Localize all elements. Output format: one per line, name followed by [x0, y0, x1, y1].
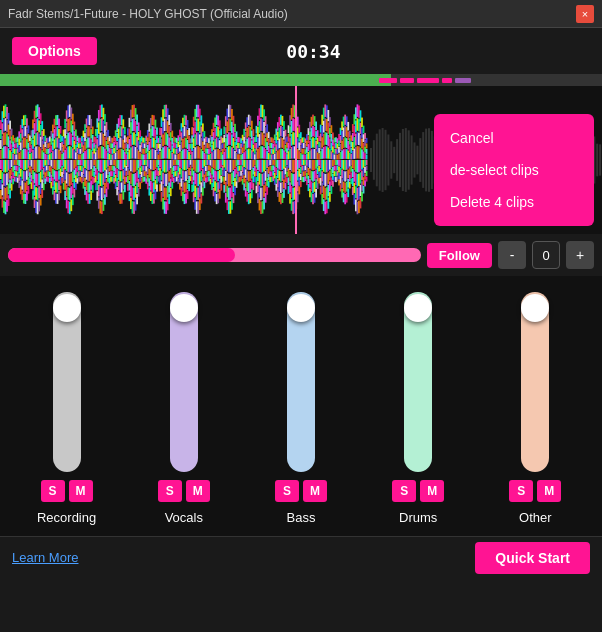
svg-rect-1685 [321, 160, 323, 170]
svg-rect-304 [57, 194, 59, 204]
svg-rect-1030 [196, 174, 198, 186]
svg-rect-841 [161, 117, 163, 127]
svg-rect-349 [66, 160, 68, 171]
context-deselect[interactable]: de-select clips [434, 154, 594, 186]
fader-track-recording[interactable] [53, 292, 81, 472]
svg-rect-453 [86, 160, 88, 169]
svg-rect-554 [106, 132, 108, 141]
svg-rect-163 [31, 145, 33, 152]
svg-rect-865 [165, 105, 167, 117]
svg-rect-1647 [314, 182, 316, 192]
svg-rect-1822 [347, 170, 349, 179]
svg-rect-1273 [243, 129, 245, 136]
svg-rect-1121 [214, 117, 216, 127]
solo-button-other[interactable]: S [509, 480, 533, 502]
svg-rect-948 [181, 151, 183, 159]
svg-rect-1868 [357, 146, 359, 159]
svg-rect-41 [8, 113, 10, 124]
svg-rect-104 [18, 181, 20, 187]
svg-rect-1731 [330, 143, 332, 151]
mute-button-vocals[interactable]: M [186, 480, 210, 502]
context-cancel[interactable]: Cancel [434, 122, 594, 154]
mute-button-other[interactable]: M [537, 480, 561, 502]
svg-rect-1373 [262, 160, 264, 172]
svg-rect-1326 [252, 168, 254, 175]
svg-rect-973 [185, 160, 187, 170]
svg-rect-1151 [219, 180, 221, 189]
follow-button[interactable]: Follow [427, 243, 492, 268]
svg-rect-1122 [214, 128, 216, 138]
svg-rect-189 [35, 160, 37, 172]
svg-rect-1423 [271, 171, 273, 176]
svg-rect-851 [162, 135, 164, 146]
svg-rect-494 [93, 166, 95, 171]
solo-button-bass[interactable]: S [275, 480, 299, 502]
context-delete[interactable]: Delete 4 clips [434, 186, 594, 218]
svg-rect-1106 [211, 137, 213, 144]
svg-rect-1246 [237, 166, 239, 171]
progress-bar-track[interactable] [0, 74, 602, 86]
solo-button-recording[interactable]: S [41, 480, 65, 502]
fader-handle-recording[interactable] [53, 294, 81, 322]
fader-handle-drums[interactable] [404, 294, 432, 322]
svg-rect-1908 [364, 153, 366, 159]
svg-rect-141 [26, 160, 28, 169]
svg-rect-416 [78, 177, 80, 182]
svg-rect-1518 [289, 171, 291, 181]
fader-track-bass[interactable] [287, 292, 315, 472]
minus-button[interactable]: - [498, 241, 526, 269]
fader-track-drums[interactable] [404, 292, 432, 472]
svg-rect-522 [99, 119, 101, 131]
solo-button-vocals[interactable]: S [158, 480, 182, 502]
svg-rect-1617 [309, 122, 311, 131]
svg-rect-1283 [245, 141, 247, 149]
svg-rect-648 [122, 191, 124, 200]
mute-button-recording[interactable]: M [69, 480, 93, 502]
svg-rect-122 [23, 126, 25, 136]
fader-track-other[interactable] [521, 292, 549, 472]
svg-rect-810 [155, 130, 157, 139]
svg-rect-1645 [314, 160, 316, 170]
mute-button-bass[interactable]: M [303, 480, 327, 502]
svg-rect-165 [31, 160, 33, 167]
svg-rect-1684 [321, 149, 323, 159]
svg-rect-738 [141, 142, 143, 147]
svg-rect-1410 [269, 143, 271, 148]
solo-button-drums[interactable]: S [392, 480, 416, 502]
svg-rect-601 [115, 130, 117, 137]
plus-button[interactable]: + [566, 241, 594, 269]
svg-rect-1251 [239, 149, 241, 154]
svg-rect-443 [84, 142, 86, 150]
fader-handle-other[interactable] [521, 294, 549, 322]
transport-track[interactable] [8, 248, 421, 262]
svg-rect-1395 [266, 142, 268, 150]
learn-more-button[interactable]: Learn More [12, 550, 78, 565]
svg-rect-597 [113, 160, 115, 165]
svg-rect-1233 [236, 131, 238, 137]
fader-handle-bass[interactable] [287, 294, 315, 322]
svg-rect-434 [83, 138, 85, 145]
time-display: 00:34 [286, 41, 340, 62]
mixer-section: SMRecordingSMVocalsSMBassSMDrumsSMOther [0, 276, 602, 536]
svg-rect-1033 [197, 105, 199, 117]
sm-buttons-bass: SM [275, 480, 327, 502]
svg-rect-1190 [226, 173, 228, 185]
close-button[interactable]: × [576, 5, 594, 23]
svg-rect-166 [31, 167, 33, 174]
svg-rect-1147 [219, 140, 221, 149]
svg-rect-1587 [303, 149, 305, 154]
svg-rect-650 [124, 135, 126, 142]
mute-button-drums[interactable]: M [420, 480, 444, 502]
svg-rect-48 [8, 195, 10, 206]
quick-start-button[interactable]: Quick Start [475, 542, 590, 574]
options-button[interactable]: Options [12, 37, 97, 65]
svg-rect-525 [99, 160, 101, 172]
svg-rect-1605 [306, 160, 308, 166]
svg-rect-551 [104, 183, 106, 193]
svg-rect-1058 [202, 133, 204, 141]
fader-track-vocals[interactable] [170, 292, 198, 472]
svg-rect-1854 [353, 171, 355, 181]
svg-rect-833 [159, 128, 161, 135]
svg-rect-410 [78, 143, 80, 148]
fader-handle-vocals[interactable] [170, 294, 198, 322]
